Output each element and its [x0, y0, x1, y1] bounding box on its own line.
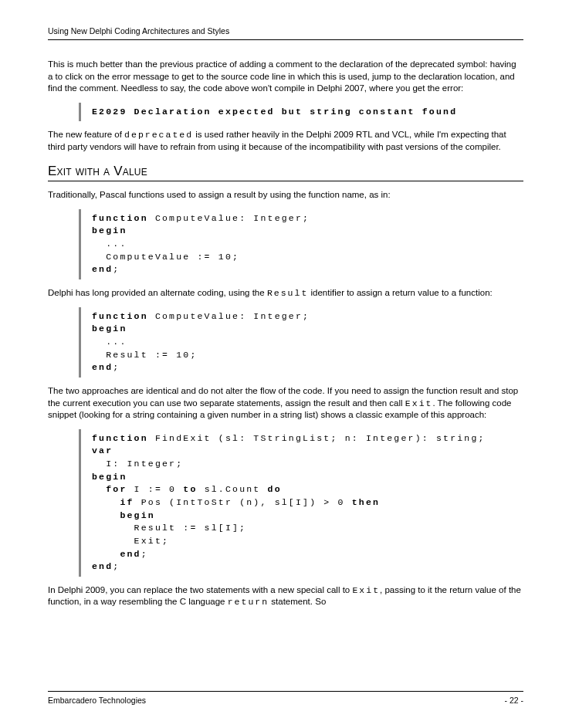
- section-heading-exit-with-value: Exit with a Value: [48, 164, 523, 181]
- code-text: ...: [92, 239, 127, 249]
- body-paragraph: In Delphi 2009, you can replace the two …: [48, 584, 523, 608]
- code-text: ComputeValue := 10;: [92, 252, 239, 262]
- code-keyword: do: [268, 484, 282, 494]
- code-text: ;: [113, 561, 120, 571]
- inline-code: return: [228, 597, 269, 607]
- page: Using New Delphi Coding Architectures an…: [0, 0, 562, 728]
- code-keyword: then: [352, 497, 380, 507]
- footer-publisher: Embarcadero Technologies: [48, 696, 146, 705]
- code-keyword: end: [92, 362, 113, 372]
- code-text: I := 0: [127, 484, 184, 494]
- code-keyword: begin: [92, 323, 127, 334]
- code-text: FindExit (sl: TStringList; n: Integer): …: [148, 433, 486, 443]
- code-keyword: begin: [92, 510, 155, 520]
- code-text: [92, 497, 120, 507]
- body-paragraph: Delphi has long provided an alternate co…: [48, 287, 523, 300]
- code-text: Exit;: [92, 536, 169, 546]
- body-paragraph: Traditionally, Pascal functions used to …: [48, 189, 523, 201]
- page-footer: Embarcadero Technologies - 22 -: [48, 691, 523, 705]
- code-text: ComputeValue: Integer;: [148, 213, 310, 223]
- inline-code: Result: [267, 288, 308, 298]
- code-keyword: end: [120, 549, 140, 559]
- text-run: Delphi has long provided an alternate co…: [48, 288, 267, 297]
- code-text: ;: [141, 549, 148, 559]
- code-line: E2029 Declaration expected but string co…: [92, 107, 457, 117]
- code-keyword: for: [106, 484, 127, 494]
- body-paragraph: This is much better than the previous pr…: [48, 59, 523, 95]
- code-text: Result := 10;: [92, 350, 198, 360]
- code-keyword: end: [92, 264, 113, 274]
- code-keyword: end: [92, 561, 113, 571]
- code-text: ;: [113, 362, 120, 372]
- page-header: Using New Delphi Coding Architectures an…: [48, 26, 523, 40]
- code-keyword: function: [92, 311, 148, 321]
- body-paragraph: The new feature of deprecated is used ra…: [48, 129, 523, 153]
- code-text: Result := sl[I];: [92, 523, 246, 533]
- inline-code: Exit: [405, 398, 433, 408]
- code-text: Pos (IntToStr (n), sl[I]) > 0: [134, 497, 352, 507]
- code-text: I: Integer;: [92, 459, 183, 469]
- code-keyword: function: [92, 213, 148, 223]
- code-keyword: function: [92, 433, 148, 443]
- code-text: sl.Count: [198, 484, 268, 494]
- code-error-message: E2029 Declaration expected but string co…: [79, 103, 523, 122]
- code-keyword: var: [92, 445, 113, 455]
- code-keyword: begin: [92, 225, 127, 235]
- text-run: In Delphi 2009, you can replace the two …: [48, 585, 352, 594]
- code-computevalue-name: function ComputeValue: Integer; begin ..…: [79, 209, 523, 279]
- code-keyword: to: [183, 484, 197, 494]
- code-keyword: if: [120, 497, 134, 507]
- footer-page-number: - 22 -: [504, 696, 523, 705]
- code-text: ...: [92, 337, 127, 347]
- code-text: [92, 484, 106, 494]
- code-text: [92, 549, 120, 559]
- code-computevalue-result: function ComputeValue: Integer; begin ..…: [79, 307, 523, 378]
- text-run: The new feature of: [48, 130, 124, 139]
- code-findexit: function FindExit (sl: TStringList; n: I…: [79, 429, 523, 577]
- code-text: ;: [113, 264, 120, 274]
- text-run: identifier to assign a return value to a…: [308, 288, 492, 297]
- code-text: ComputeValue: Integer;: [148, 311, 310, 321]
- inline-code: Exit: [352, 585, 380, 595]
- code-keyword: begin: [92, 472, 127, 482]
- body-paragraph: The two approaches are identical and do …: [48, 385, 523, 422]
- text-run: statement. So: [269, 597, 326, 606]
- inline-code: deprecated: [124, 130, 193, 140]
